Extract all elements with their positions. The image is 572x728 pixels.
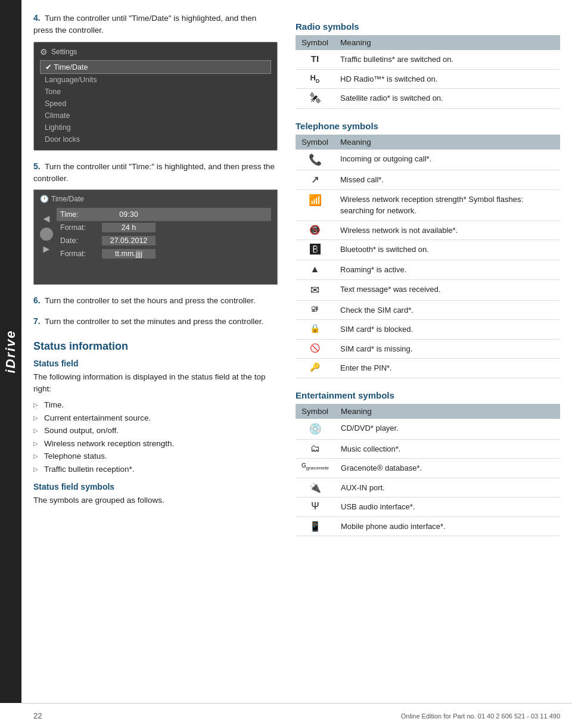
menu-item-tone: Tone: [40, 86, 271, 98]
step-6-text: Turn the controller to set the hours and…: [45, 296, 256, 305]
tel-mean-no-signal: Wireless network is not available*.: [334, 220, 560, 240]
tel-sym-check-sim: 🖳: [296, 300, 334, 320]
bullet-sound: Sound output, on/off.: [33, 424, 278, 437]
ent-col-symbol: Symbol: [296, 404, 335, 419]
tel-mean-missing-sim: SIM card* is missing.: [334, 339, 560, 359]
clock-icon: 🕐: [40, 195, 49, 203]
tel-sym-roaming: ▲: [296, 260, 334, 280]
tel-mean-roaming: Roaming* is active.: [334, 260, 560, 280]
radio-mean-hd: HD Radio™* is switched on.: [334, 69, 560, 89]
bullet-traffic: Traffic bulletin reception*.: [33, 463, 278, 476]
step-7-text: Turn the controller to set the minutes a…: [45, 317, 263, 326]
step-7: 7. Turn the controller to set the minute…: [33, 315, 278, 328]
ent-mean-usb: USB audio interface*.: [335, 497, 560, 517]
ent-mean-aux: AUX-IN port.: [335, 478, 560, 497]
table-row: ✉ Text message* was received.: [296, 279, 560, 300]
page-number: 22: [33, 711, 42, 720]
menu-item-timedate: ✔ Time/Date: [40, 60, 271, 74]
status-field-symbols-text: The symbols are grouped as follows.: [33, 494, 278, 506]
tel-sym-signal: 📶: [296, 189, 334, 220]
ent-col-meaning: Meaning: [335, 404, 560, 419]
footer-text: Online Edition for Part no. 01 40 2 606 …: [401, 713, 560, 720]
screenshot-settings: ⚙ Settings ✔ Time/Date Language/Units To…: [33, 42, 278, 151]
idrive-label: iDrive: [3, 329, 18, 373]
tel-sym-pin: 🔑: [296, 359, 334, 378]
table-row: TI Traffic bulletins* are switched on.: [296, 50, 560, 69]
step-5-number: 5.: [33, 161, 41, 171]
controller-knob: [40, 228, 53, 241]
tel-mean-missed: Missed call*.: [334, 170, 560, 190]
tel-col-symbol: Symbol: [296, 135, 334, 150]
idrive-tab: iDrive: [0, 0, 21, 703]
ent-sym-usb: Ψ: [296, 497, 335, 517]
entertainment-symbols-table: Symbol Meaning 💿 CD/DVD* player. 🗂 Music…: [296, 404, 560, 537]
ent-sym-gracenote: Ggracenote: [296, 459, 335, 478]
table-row: 📶 Wireless network reception strength* S…: [296, 189, 560, 220]
time-value: 09:30: [102, 210, 156, 219]
tel-sym-missing-sim: 🚫: [296, 339, 334, 359]
tel-mean-call: Incoming or outgoing call*.: [334, 150, 560, 170]
format2-label: Format:: [60, 250, 102, 258]
tel-sym-bluetooth: 🅱: [296, 240, 334, 260]
telephone-symbols-table: Symbol Meaning 📞 Incoming or outgoing ca…: [296, 135, 560, 378]
tel-sym-missed: ↗: [296, 170, 334, 190]
format1-value: 24 h: [102, 223, 156, 232]
table-row: 🅱 Bluetooth* is switched on.: [296, 240, 560, 260]
table-row: HD HD Radio™* is switched on.: [296, 69, 560, 89]
tel-sym-blocked-sim: 🔒: [296, 320, 334, 340]
bullet-entertainment: Current entertainment source.: [33, 412, 278, 425]
status-field-text: The following information is displayed i…: [33, 371, 278, 396]
timedate-row-format2: Format: tt.mm.jjjj: [57, 247, 271, 260]
ent-sym-music: 🗂: [296, 439, 335, 459]
ent-mean-dvd: CD/DVD* player.: [335, 419, 560, 440]
step-6: 6. Turn the controller to set the hours …: [33, 294, 278, 307]
tel-sym-no-signal: 📵: [296, 220, 334, 240]
table-row: 🔒 SIM card* is blocked.: [296, 320, 560, 340]
table-row: 🔌 AUX-IN port.: [296, 478, 560, 497]
status-field-bullets: Time. Current entertainment source. Soun…: [33, 399, 278, 476]
entertainment-symbols-heading: Entertainment symbols: [296, 390, 560, 400]
radio-mean-ti: Traffic bulletins* are switched on.: [334, 50, 560, 69]
tel-mean-check-sim: Check the SIM card*.: [334, 300, 560, 320]
nav-right-icon: ►: [41, 243, 52, 256]
left-column: 4. Turn the controller until "Time/Date"…: [21, 12, 290, 548]
timedate-row-time: Time: 09:30: [57, 208, 271, 221]
menu-item-climate: Climate: [40, 110, 271, 122]
format2-value: tt.mm.jjjj: [102, 249, 156, 259]
right-column: Radio symbols Symbol Meaning TI Traffic …: [290, 12, 572, 548]
date-label: Date:: [60, 237, 102, 245]
ent-sym-dvd: 💿: [296, 419, 335, 440]
timedate-row-format1: Format: 24 h: [57, 221, 271, 234]
tel-sym-sms: ✉: [296, 279, 334, 300]
tel-col-meaning: Meaning: [334, 135, 560, 150]
ent-mean-gracenote: Gracenote® database*.: [335, 459, 560, 478]
radio-sym-satellite: 🛰: [296, 89, 334, 109]
tel-mean-blocked-sim: SIM card* is blocked.: [334, 320, 560, 340]
table-row: 🛰 Satellite radio* is switched on.: [296, 89, 560, 109]
menu-item-doorlocks: Door locks: [40, 133, 271, 145]
radio-col-meaning: Meaning: [334, 35, 560, 50]
table-row: ▲ Roaming* is active.: [296, 260, 560, 280]
radio-sym-hd: HD: [296, 69, 334, 89]
menu-item-speed: Speed: [40, 98, 271, 110]
table-row: 📵 Wireless network is not available*.: [296, 220, 560, 240]
table-row: 🚫 SIM card* is missing.: [296, 339, 560, 359]
timedate-title-bar: 🕐 Time/Date: [40, 195, 271, 203]
table-row: 🖳 Check the SIM card*.: [296, 300, 560, 320]
footer: 22 Online Edition for Part no. 01 40 2 6…: [21, 703, 572, 728]
tel-sym-call: 📞: [296, 150, 334, 170]
table-row: ↗ Missed call*.: [296, 170, 560, 190]
settings-title: Settings: [51, 48, 77, 56]
timedate-row-date: Date: 27.05.2012: [57, 234, 271, 247]
date-value: 27.05.2012: [102, 236, 156, 245]
tel-mean-pin: Enter the PIN*.: [334, 359, 560, 378]
format1-label: Format:: [60, 223, 102, 232]
radio-symbols-table: Symbol Meaning TI Traffic bulletins* are…: [296, 35, 560, 109]
bullet-telephone: Telephone status.: [33, 450, 278, 463]
step-5-text: Turn the controller until "Time:" is hig…: [33, 162, 275, 183]
table-row: 💿 CD/DVD* player.: [296, 419, 560, 440]
step-5: 5. Turn the controller until "Time:" is …: [33, 160, 278, 285]
gear-icon: ⚙: [40, 47, 48, 57]
timedate-title: Time/Date: [51, 195, 84, 203]
screenshot-timedate: 🕐 Time/Date ◄ ► Time: 09:30: [33, 189, 278, 285]
